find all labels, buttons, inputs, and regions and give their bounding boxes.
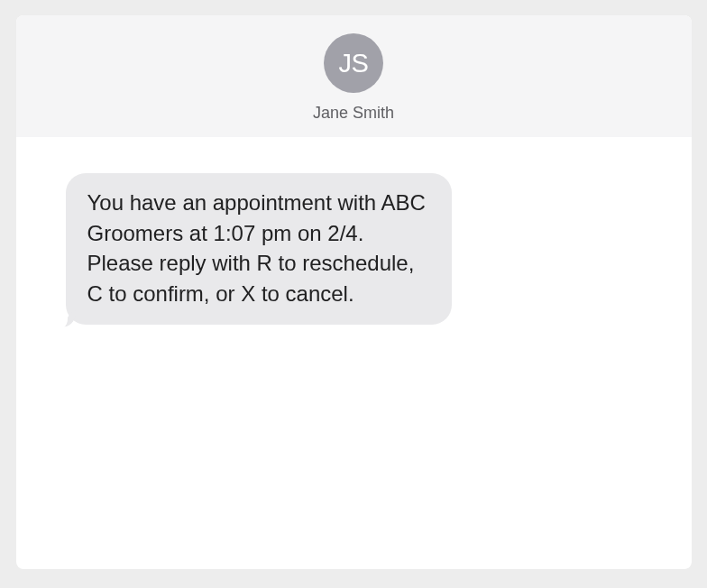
message-bubble-incoming[interactable]: You have an appointment with ABC Groomer… <box>66 173 452 325</box>
message-text: You have an appointment with ABC Groomer… <box>87 188 430 308</box>
avatar-initials: JS <box>339 49 369 78</box>
chat-header: JS Jane Smith <box>16 15 692 137</box>
avatar[interactable]: JS <box>324 33 383 93</box>
chat-window: JS Jane Smith You have an appointment wi… <box>16 15 692 569</box>
messages-area: You have an appointment with ABC Groomer… <box>16 137 692 569</box>
contact-name[interactable]: Jane Smith <box>313 104 394 123</box>
